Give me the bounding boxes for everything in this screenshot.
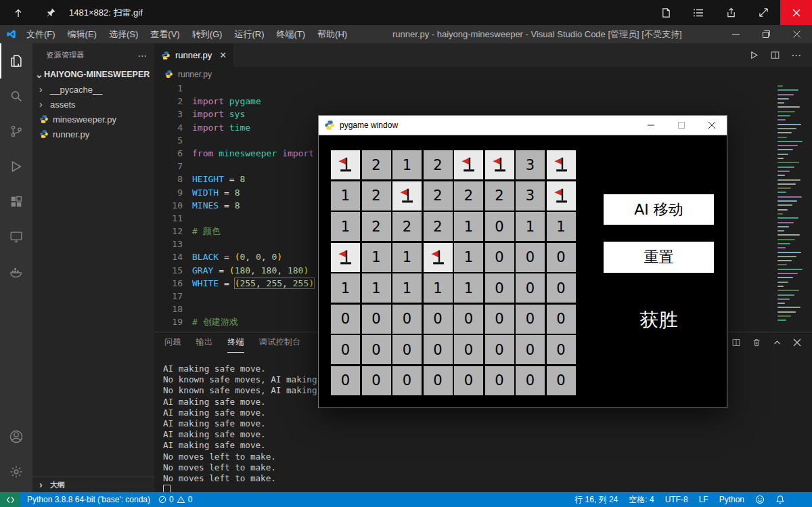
menu-item[interactable]: 选择(S): [103, 25, 144, 43]
board-cell[interactable]: 3: [516, 150, 545, 179]
close-window-button[interactable]: [782, 25, 812, 43]
pygame-window[interactable]: pygame window 21231222231222101111100011…: [318, 115, 727, 408]
board-cell[interactable]: 0: [547, 273, 576, 303]
list-icon[interactable]: [691, 5, 706, 20]
board-cell[interactable]: 0: [485, 335, 514, 364]
board-cell[interactable]: 0: [485, 243, 514, 272]
board-cell[interactable]: [424, 243, 453, 272]
board-cell[interactable]: 0: [392, 366, 422, 395]
tree-item[interactable]: ›assets: [32, 97, 154, 112]
restore-button[interactable]: [751, 25, 782, 43]
board-cell[interactable]: 2: [362, 181, 391, 211]
viewer-close-button[interactable]: [780, 0, 812, 25]
board-cell[interactable]: 1: [362, 273, 391, 303]
resize-icon[interactable]: [756, 5, 771, 20]
remote-indicator[interactable]: [0, 492, 20, 507]
menu-item[interactable]: 查看(V): [144, 25, 185, 43]
pygame-close-button[interactable]: [696, 116, 727, 135]
board-cell[interactable]: [547, 181, 576, 211]
board-cell[interactable]: 1: [454, 212, 483, 241]
board-cell[interactable]: 0: [516, 335, 545, 364]
docker-icon[interactable]: [0, 255, 32, 290]
kill-terminal-icon[interactable]: [751, 337, 762, 348]
menu-item[interactable]: 帮助(H): [311, 25, 353, 43]
board-cell[interactable]: 0: [485, 305, 514, 334]
board-cell[interactable]: 0: [362, 366, 391, 395]
panel-tab[interactable]: 终端: [227, 332, 244, 353]
board-cell[interactable]: 2: [424, 150, 453, 179]
board-cell[interactable]: 1: [547, 212, 576, 241]
minimap[interactable]: [775, 82, 807, 332]
split-terminal-icon[interactable]: [731, 337, 742, 348]
board-cell[interactable]: 0: [547, 366, 576, 395]
breadcrumb[interactable]: runner.py: [154, 67, 812, 82]
minimize-button[interactable]: [721, 25, 751, 43]
board-cell[interactable]: [454, 150, 483, 179]
maximize-panel-icon[interactable]: [771, 337, 782, 348]
board-cell[interactable]: [331, 243, 360, 272]
board-cell[interactable]: 0: [331, 305, 360, 334]
status-item[interactable]: UTF-8: [665, 495, 688, 504]
board-cell[interactable]: 2: [485, 181, 514, 211]
tree-item[interactable]: ›__pycache__: [32, 82, 154, 97]
board-cell[interactable]: 0: [362, 305, 391, 334]
board-cell[interactable]: 0: [516, 366, 545, 395]
board-cell[interactable]: 0: [485, 273, 514, 303]
board-cell[interactable]: 1: [331, 181, 360, 211]
board-cell[interactable]: 0: [424, 366, 453, 395]
pin-icon[interactable]: [43, 5, 58, 20]
board-cell[interactable]: [485, 150, 514, 179]
reset-button[interactable]: 重置: [604, 242, 714, 273]
status-item[interactable]: 行 16, 列 24: [574, 494, 618, 506]
board-cell[interactable]: 1: [331, 273, 360, 303]
board-cell[interactable]: 1: [392, 150, 422, 179]
board-cell[interactable]: [547, 150, 576, 179]
board-cell[interactable]: 0: [331, 366, 360, 395]
panel-tab[interactable]: 问题: [164, 332, 181, 352]
extensions-icon[interactable]: [0, 184, 32, 219]
board-cell[interactable]: 2: [362, 212, 391, 241]
pygame-title-bar[interactable]: pygame window: [319, 116, 727, 135]
board-cell[interactable]: 0: [454, 305, 483, 334]
share-icon[interactable]: [723, 5, 738, 20]
problems-indicator[interactable]: 0 0: [158, 495, 192, 504]
board-cell[interactable]: 1: [331, 212, 360, 241]
board-cell[interactable]: 1: [454, 243, 483, 272]
python-interpreter[interactable]: Python 3.8.8 64-bit ('base': conda): [27, 495, 150, 504]
board-cell[interactable]: 2: [362, 150, 391, 179]
tab-runner-py[interactable]: runner.py ✕: [154, 43, 233, 67]
run-python-file-icon[interactable]: [749, 50, 759, 60]
menu-item[interactable]: 编辑(E): [62, 25, 103, 43]
tree-root-folder[interactable]: ⌄ HAIYONG-MINESWEEPER: [32, 67, 154, 82]
split-editor-icon[interactable]: [770, 50, 780, 60]
panel-tab[interactable]: 输出: [196, 332, 213, 352]
board-cell[interactable]: 3: [516, 181, 545, 211]
board-cell[interactable]: 1: [454, 273, 483, 303]
board-cell[interactable]: 1: [362, 243, 391, 272]
ai-move-button[interactable]: AI 移动: [604, 194, 714, 225]
board-cell[interactable]: 0: [516, 243, 545, 272]
board-cell[interactable]: 0: [547, 243, 576, 272]
editor-more-actions-icon[interactable]: ⋯: [791, 49, 801, 62]
board-cell[interactable]: 2: [454, 181, 483, 211]
up-arrow-icon[interactable]: [11, 5, 26, 20]
remote-explorer-icon[interactable]: [0, 219, 32, 255]
board-cell[interactable]: 1: [424, 273, 453, 303]
board-cell[interactable]: 0: [392, 305, 422, 334]
tree-item[interactable]: minesweeper.py: [32, 112, 154, 127]
board-cell[interactable]: 1: [392, 273, 422, 303]
run-and-debug-icon[interactable]: [0, 149, 32, 184]
board-cell[interactable]: 2: [424, 212, 453, 241]
board-cell[interactable]: 0: [516, 305, 545, 334]
menu-item[interactable]: 转到(G): [186, 25, 229, 43]
board-cell[interactable]: 0: [424, 305, 453, 334]
board-cell[interactable]: 0: [454, 335, 483, 364]
search-icon[interactable]: [0, 79, 32, 114]
board-cell[interactable]: 1: [392, 243, 422, 272]
explorer-icon[interactable]: [0, 43, 32, 79]
new-file-icon[interactable]: [658, 5, 673, 20]
notifications-bell-icon[interactable]: [775, 495, 785, 504]
status-item[interactable]: LF: [699, 495, 708, 504]
outline-section[interactable]: › 大纲: [32, 477, 154, 492]
status-item[interactable]: Python: [719, 495, 744, 504]
